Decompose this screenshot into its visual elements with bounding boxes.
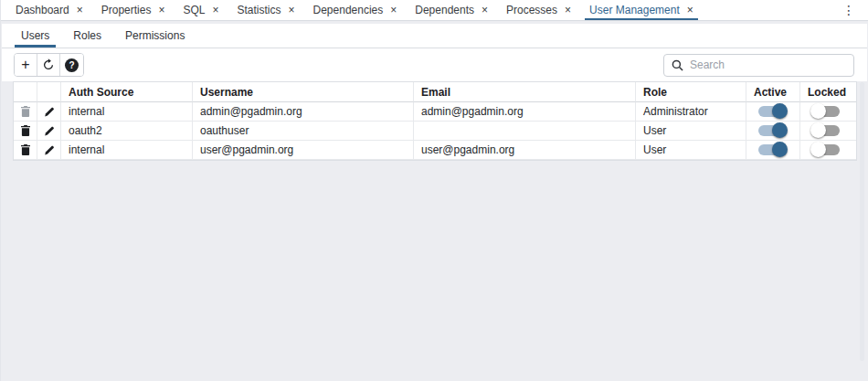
search-input[interactable] bbox=[690, 58, 846, 71]
add-user-button[interactable]: + bbox=[15, 54, 37, 76]
cell-username: oauthuser bbox=[193, 122, 414, 141]
toggle-knob bbox=[772, 103, 788, 119]
locked-toggle[interactable] bbox=[812, 125, 840, 136]
tab-label: User Management bbox=[589, 4, 680, 16]
header-email: Email bbox=[414, 82, 636, 102]
users-toolbar: + ? bbox=[2, 48, 867, 81]
header-locked: Locked bbox=[800, 82, 856, 102]
subtab-roles[interactable]: Roles bbox=[61, 24, 113, 48]
kebab-menu-icon[interactable]: ⋮ bbox=[839, 3, 859, 18]
search-box[interactable] bbox=[663, 54, 854, 77]
tab-processes[interactable]: Processes × bbox=[497, 0, 580, 20]
tab-dependencies[interactable]: Dependencies × bbox=[304, 0, 407, 20]
header-delete bbox=[14, 82, 37, 102]
table-row: internal user@pgadmin.org user@pgadmin.o… bbox=[14, 141, 856, 160]
header-auth-source: Auth Source bbox=[61, 82, 193, 102]
refresh-button[interactable] bbox=[37, 54, 60, 76]
header-role: Role bbox=[636, 82, 746, 102]
subtab-label: Users bbox=[21, 29, 49, 42]
plus-icon: + bbox=[21, 57, 29, 73]
header-username: Username bbox=[193, 82, 414, 102]
toggle-knob bbox=[772, 142, 788, 157]
tab-dashboard[interactable]: Dashboard × bbox=[6, 0, 92, 20]
cell-auth-source: oauth2 bbox=[61, 122, 193, 141]
active-toggle[interactable] bbox=[758, 106, 786, 117]
cell-email: user@pgadmin.org bbox=[414, 141, 636, 160]
cell-username: user@pgadmin.org bbox=[193, 141, 414, 160]
edit-icon[interactable] bbox=[44, 144, 55, 155]
close-icon[interactable]: × bbox=[482, 5, 488, 16]
delete-icon[interactable] bbox=[21, 144, 30, 155]
cell-email: admin@pgadmin.org bbox=[414, 102, 636, 122]
cell-auth-source: internal bbox=[61, 102, 193, 122]
toggle-knob bbox=[772, 122, 788, 138]
header-active: Active bbox=[746, 82, 800, 102]
close-icon[interactable]: × bbox=[158, 5, 164, 16]
edit-icon[interactable] bbox=[44, 106, 55, 117]
locked-toggle[interactable] bbox=[812, 144, 840, 155]
help-button[interactable]: ? bbox=[60, 54, 83, 76]
refresh-icon bbox=[42, 58, 55, 71]
toolbar-button-group: + ? bbox=[14, 53, 84, 77]
subtab-users[interactable]: Users bbox=[9, 24, 61, 48]
user-management-subtabs: Users Roles Permissions bbox=[2, 24, 867, 48]
cell-username: admin@pgadmin.org bbox=[193, 102, 414, 122]
delete-icon[interactable] bbox=[21, 125, 30, 136]
edit-icon[interactable] bbox=[44, 125, 55, 136]
cell-role: User bbox=[636, 141, 746, 160]
close-icon[interactable]: × bbox=[77, 5, 83, 16]
subtab-label: Permissions bbox=[125, 29, 185, 42]
tab-statistics[interactable]: Statistics × bbox=[228, 0, 303, 20]
subtab-label: Roles bbox=[73, 29, 101, 42]
help-icon: ? bbox=[65, 58, 79, 72]
tab-label: Dependencies bbox=[313, 4, 384, 16]
table-row: oauth2 oauthuser User bbox=[14, 122, 856, 141]
close-icon[interactable]: × bbox=[687, 5, 693, 16]
cell-role: User bbox=[636, 122, 746, 141]
close-icon[interactable]: × bbox=[289, 5, 295, 16]
tab-user-management[interactable]: User Management × bbox=[580, 0, 703, 20]
subtab-permissions[interactable]: Permissions bbox=[113, 24, 196, 48]
active-toggle[interactable] bbox=[758, 144, 786, 155]
users-table: Auth Source Username Email Role Active L… bbox=[13, 81, 857, 161]
tab-dependents[interactable]: Dependents × bbox=[406, 0, 497, 20]
tab-label: Dependents bbox=[415, 4, 474, 16]
tab-label: Dashboard bbox=[16, 4, 69, 16]
locked-toggle[interactable] bbox=[812, 106, 840, 117]
tab-label: Statistics bbox=[237, 4, 281, 16]
toggle-knob bbox=[810, 142, 826, 157]
close-icon[interactable]: × bbox=[212, 5, 218, 16]
tab-label: Processes bbox=[506, 4, 557, 16]
table-header-row: Auth Source Username Email Role Active L… bbox=[14, 82, 856, 102]
cell-auth-source: internal bbox=[61, 141, 193, 160]
vertical-scrollbar[interactable] bbox=[860, 82, 864, 361]
tab-properties[interactable]: Properties × bbox=[92, 0, 175, 20]
tab-label: SQL bbox=[183, 4, 205, 16]
close-icon[interactable]: × bbox=[390, 5, 397, 16]
table-row: internal admin@pgadmin.org admin@pgadmin… bbox=[14, 102, 856, 122]
tab-sql[interactable]: SQL × bbox=[174, 0, 228, 20]
search-icon bbox=[672, 59, 683, 71]
cell-email bbox=[414, 122, 636, 141]
active-toggle[interactable] bbox=[758, 125, 786, 136]
close-icon[interactable]: × bbox=[565, 5, 571, 16]
main-tabbar: Dashboard × Properties × SQL × Statistic… bbox=[1, 0, 868, 21]
header-edit bbox=[37, 82, 61, 102]
toggle-knob bbox=[810, 103, 826, 119]
cell-role: Administrator bbox=[636, 102, 746, 122]
toggle-knob bbox=[810, 122, 826, 138]
tab-label: Properties bbox=[101, 4, 152, 16]
delete-icon[interactable] bbox=[21, 106, 30, 117]
